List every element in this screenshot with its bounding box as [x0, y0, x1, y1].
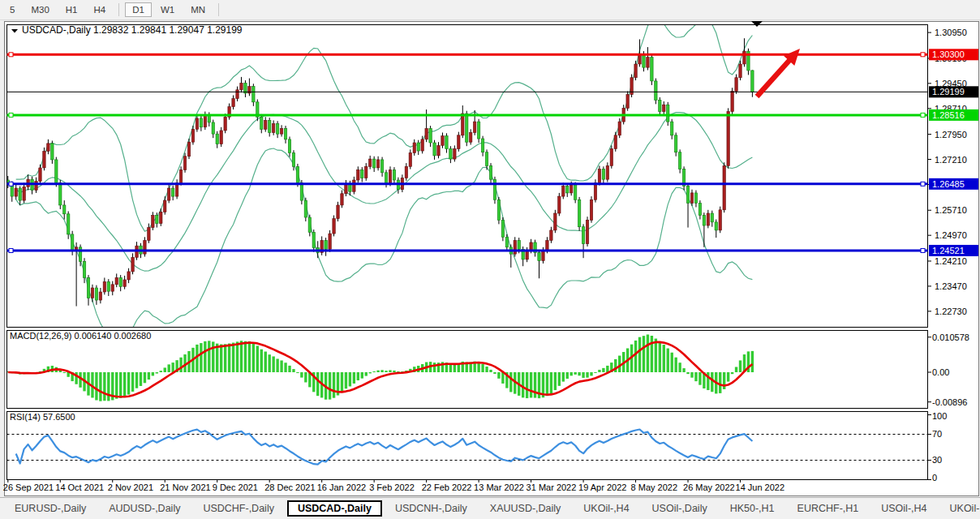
candle-bull — [723, 165, 725, 209]
candle-bull — [164, 200, 166, 212]
macd-bar — [280, 360, 282, 372]
time-tick-label: 2 Nov 2021 — [108, 483, 153, 492]
macd-bar — [489, 370, 492, 372]
chart-tab-eurusd-daily[interactable]: EURUSD-,Daily — [5, 500, 96, 517]
candle-bull — [405, 166, 407, 178]
chart-tab-ukoil-h4[interactable]: UKOil-,H4 — [940, 500, 980, 517]
time-tick-label: 14 Oct 2021 — [55, 483, 104, 492]
candle-bull — [353, 180, 355, 191]
macd-bar — [643, 336, 645, 372]
candle-bull — [719, 210, 721, 230]
time-tick-label: 31 Mar 2022 — [527, 483, 577, 492]
macd-bar — [372, 371, 375, 372]
chart-area[interactable]: USDCAD-,Daily 1.29832 1.29841 1.29047 1.… — [0, 20, 980, 497]
timeframe-button-w1[interactable]: W1 — [153, 2, 182, 17]
candle-bear — [361, 169, 363, 178]
chart-tab-ukoil-h4[interactable]: UKOil-,H4 — [574, 500, 638, 517]
time-tick-label: 16 Jan 2022 — [317, 483, 367, 492]
macd-bar — [602, 368, 604, 372]
timeframe-toolbar: 5M30H1H4D1W1MN — [0, 0, 980, 20]
candle-bull — [453, 149, 456, 160]
macd-bar — [594, 372, 596, 373]
candle-bull — [389, 169, 391, 183]
macd-bar — [566, 372, 569, 379]
candle-bull — [606, 165, 608, 179]
candle-bear — [711, 213, 713, 222]
line-handle[interactable] — [921, 53, 925, 57]
macd-label: MACD(12,26,9) 0.006140 0.002680 — [10, 331, 151, 341]
line-handle[interactable] — [921, 113, 925, 117]
timeframe-button-mn[interactable]: MN — [183, 2, 213, 17]
macd-bar — [160, 371, 162, 372]
candle-bull — [546, 240, 548, 251]
line-handle[interactable] — [921, 182, 925, 186]
timeframe-button-h4[interactable]: H4 — [86, 2, 113, 17]
candle-bull — [204, 115, 206, 127]
chart-tab-audusd-daily[interactable]: AUDUSD-,Daily — [99, 500, 190, 517]
chart-tab-hk50-h1[interactable]: HK50-,H1 — [720, 500, 784, 517]
macd-bar — [574, 372, 576, 375]
mt4-window: { "toolbar": { "timeframes": ["5", "M30"… — [0, 0, 980, 519]
candle-bull — [196, 118, 198, 129]
macd-bar — [393, 371, 395, 372]
timeframe-button-d1[interactable]: D1 — [125, 2, 152, 17]
line-handle[interactable] — [9, 53, 13, 57]
macd-bar — [694, 372, 697, 381]
macd-bar — [606, 366, 608, 372]
time-tick-label: 9 Dec 2021 — [213, 483, 258, 492]
macd-bar — [638, 337, 641, 372]
chart-tab-usdchf-daily[interactable]: USDCHF-,Daily — [193, 500, 284, 517]
candle-bull — [144, 240, 146, 254]
candle-bull — [168, 188, 170, 200]
candle-bear — [19, 188, 21, 200]
candle-bull — [663, 105, 665, 111]
macd-bar — [148, 372, 150, 380]
price-badge-text: 1.30300 — [932, 49, 965, 59]
macd-bar — [140, 372, 142, 386]
candle-bull — [35, 182, 37, 191]
macd-bar — [179, 358, 182, 372]
chart-tab-usdcnh-daily[interactable]: USDCNH-,Daily — [385, 500, 477, 517]
time-tick-label: 8 May 2022 — [631, 483, 677, 492]
candle-bull — [264, 120, 267, 129]
macd-bar — [659, 342, 661, 372]
macd-bar — [389, 370, 391, 372]
chart-tab-usoil-daily[interactable]: USOil-,Daily — [643, 500, 717, 517]
timeframe-button-h1[interactable]: H1 — [58, 2, 85, 17]
timeframe-button-5[interactable]: 5 — [2, 2, 22, 17]
macd-bar — [304, 372, 307, 382]
line-handle[interactable] — [9, 113, 13, 117]
timeframe-button-m30[interactable]: M30 — [24, 2, 56, 17]
candle-bull — [731, 91, 733, 111]
macd-bar — [200, 343, 202, 372]
candle-bull — [47, 144, 49, 152]
line-handle[interactable] — [9, 182, 13, 186]
macd-bar — [144, 372, 146, 383]
line-handle[interactable] — [921, 248, 925, 252]
macd-bar — [349, 372, 351, 386]
chart-tab-eurchf-h1[interactable]: EURCHF-,H1 — [788, 500, 869, 517]
macd-bar — [296, 372, 299, 373]
macd-bar — [550, 372, 552, 393]
candle-bull — [272, 124, 274, 133]
candle-bull — [99, 292, 101, 300]
candle-bear — [686, 187, 689, 204]
macd-tick-label: 0.010578 — [932, 332, 969, 342]
macd-bar — [152, 372, 154, 375]
macd-bar — [248, 341, 251, 372]
candle-bear — [429, 128, 432, 143]
candle-bull — [437, 145, 440, 156]
candle-bull — [570, 185, 573, 193]
chart-tab-xauusd-daily[interactable]: XAUUSD-,Daily — [480, 500, 571, 517]
candle-bull — [735, 78, 737, 92]
macd-bar — [449, 364, 452, 372]
chart-tab-usoil-h4[interactable]: USOil-,H4 — [871, 500, 936, 517]
main-pane[interactable] — [7, 25, 928, 328]
line-handle[interactable] — [9, 248, 13, 252]
candle-bull — [123, 280, 126, 286]
chart-tab-usdcad-daily[interactable]: USDCAD-,Daily — [287, 500, 382, 517]
macd-bar — [369, 372, 372, 373]
rsi-tick-label: 0 — [932, 473, 937, 483]
macd-bar — [751, 351, 754, 372]
price-badge-1.28516: 1.28516 — [929, 109, 978, 121]
